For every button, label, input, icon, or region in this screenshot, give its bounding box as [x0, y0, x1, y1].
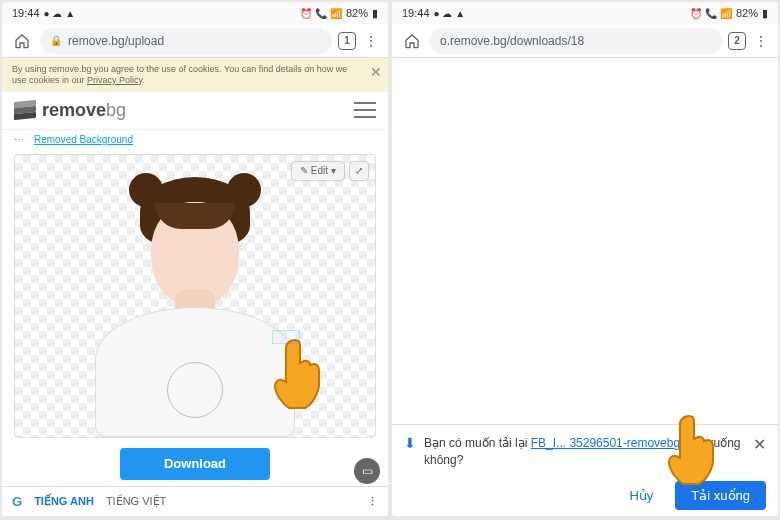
- site-logo[interactable]: removebg: [14, 100, 126, 121]
- download-prompt: ⬇ Bạn có muốn tải lại FB_I... 35296501-r…: [392, 424, 778, 516]
- url-bar[interactable]: 🔒 remove.bg/upload: [40, 28, 332, 54]
- status-time: 19:44: [12, 7, 40, 19]
- status-icon: ● ☁ ▲: [44, 8, 76, 19]
- browser-bar: o.remove.bg/downloads/18 2 ⋮: [392, 24, 778, 58]
- result-tabs: ⋯ Removed Background: [2, 130, 388, 150]
- download-cancel-button[interactable]: Hủy: [629, 488, 653, 503]
- status-bar: 19:44 ● ☁ ▲ ⏰ 📞 📶 82% ▮: [2, 2, 388, 24]
- logo-text-sub: bg: [106, 100, 126, 120]
- battery-icon: ▮: [372, 7, 378, 20]
- tab-switcher[interactable]: 2: [728, 32, 746, 50]
- expand-button[interactable]: ⤢: [349, 161, 369, 181]
- download-confirm-button[interactable]: Tải xuống: [675, 481, 766, 510]
- menu-button[interactable]: [354, 102, 376, 118]
- tab-switcher[interactable]: 1: [338, 32, 356, 50]
- status-icon: ⏰ 📞 📶: [690, 8, 732, 19]
- browser-menu[interactable]: ⋮: [362, 33, 380, 49]
- download-file-link[interactable]: FB_I... 35296501-removebg-pr...: [531, 436, 704, 450]
- translate-menu[interactable]: ⋮: [367, 495, 378, 508]
- browser-menu[interactable]: ⋮: [752, 33, 770, 49]
- browser-bar: 🔒 remove.bg/upload 1 ⋮: [2, 24, 388, 58]
- status-icon: ● ☁ ▲: [434, 8, 466, 19]
- accessibility-fab[interactable]: ▭: [354, 458, 380, 484]
- download-prompt-text: Bạn có muốn tải lại FB_I... 35296501-rem…: [424, 435, 745, 469]
- download-label: Download: [164, 456, 226, 471]
- status-battery: 82%: [736, 7, 758, 19]
- url-text: remove.bg/upload: [68, 34, 164, 48]
- url-bar[interactable]: o.remove.bg/downloads/18: [430, 28, 722, 54]
- status-icon: ⏰ 📞 📶: [300, 8, 342, 19]
- chevron-down-icon: ▾: [331, 165, 336, 176]
- download-button[interactable]: Download: [120, 448, 270, 480]
- phone-left: 19:44 ● ☁ ▲ ⏰ 📞 📶 82% ▮ 🔒 remove.bg/uplo…: [2, 2, 388, 516]
- home-button[interactable]: [10, 29, 34, 53]
- tab-removed-bg[interactable]: Removed Background: [34, 134, 133, 145]
- lock-icon: 🔒: [50, 35, 62, 46]
- status-time: 19:44: [402, 7, 430, 19]
- url-text: o.remove.bg/downloads/18: [440, 34, 584, 48]
- translate-lang-en[interactable]: TIẾNG ANH: [34, 495, 94, 508]
- download-icon: ⬇: [404, 435, 416, 451]
- cookie-policy-link[interactable]: Privacy Policy: [87, 75, 142, 85]
- annotation-box: [272, 330, 300, 344]
- pencil-icon: ✎: [300, 165, 308, 176]
- translate-bar: G TIẾNG ANH TIẾNG VIỆT ⋮: [2, 486, 388, 516]
- tab-original[interactable]: ⋯: [14, 134, 24, 145]
- cookie-banner: By using remove.bg you agree to the use …: [2, 58, 388, 92]
- phone-right: 19:44 ● ☁ ▲ ⏰ 📞 📶 82% ▮ o.remove.bg/down…: [392, 2, 778, 516]
- result-image-panel: ✎ Edit ▾ ⤢: [14, 154, 376, 438]
- cookie-close[interactable]: ✕: [370, 64, 382, 81]
- logo-text-main: remove: [42, 100, 106, 120]
- download-prompt-close[interactable]: ✕: [753, 435, 766, 454]
- status-bar: 19:44 ● ☁ ▲ ⏰ 📞 📶 82% ▮: [392, 2, 778, 24]
- status-battery: 82%: [346, 7, 368, 19]
- battery-icon: ▮: [762, 7, 768, 20]
- logo-icon: [14, 101, 36, 119]
- translate-lang-vi[interactable]: TIẾNG VIỆT: [106, 495, 166, 508]
- google-icon: G: [12, 494, 22, 509]
- cookie-text: By using remove.bg you agree to the use …: [12, 64, 347, 85]
- result-person: [85, 177, 305, 437]
- home-button[interactable]: [400, 29, 424, 53]
- edit-label: Edit: [311, 165, 328, 176]
- site-header: removebg: [2, 92, 388, 130]
- blank-content: [392, 58, 778, 424]
